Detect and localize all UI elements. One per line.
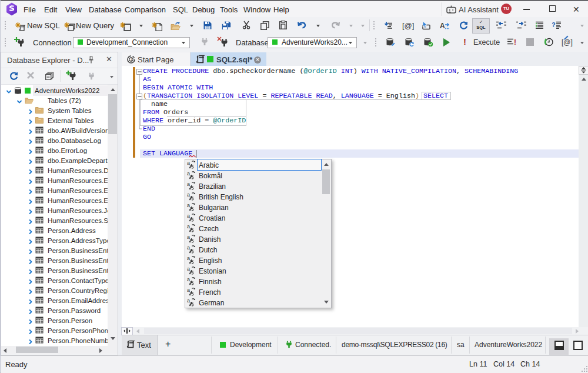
svg-text:A: A xyxy=(440,22,445,30)
svg-text:1: 1 xyxy=(131,57,133,61)
svg-text:a: a xyxy=(187,245,190,251)
svg-text:a: a xyxy=(187,277,190,282)
svg-text:a: a xyxy=(187,266,190,272)
svg-text:!: ! xyxy=(514,38,516,46)
svg-text:a: a xyxy=(187,234,190,240)
svg-text:a: a xyxy=(187,181,190,187)
svg-text:a: a xyxy=(187,192,190,198)
svg-text:a: a xyxy=(187,213,190,219)
svg-text:?: ? xyxy=(552,21,556,28)
svg-text:a: a xyxy=(187,171,190,176)
svg-text:a: a xyxy=(187,255,190,261)
svg-text:a: a xyxy=(187,224,190,229)
svg-text:a: a xyxy=(187,202,190,208)
svg-text:a: a xyxy=(187,298,190,304)
svg-text:a: a xyxy=(187,160,190,166)
svg-text:a: a xyxy=(187,287,190,293)
